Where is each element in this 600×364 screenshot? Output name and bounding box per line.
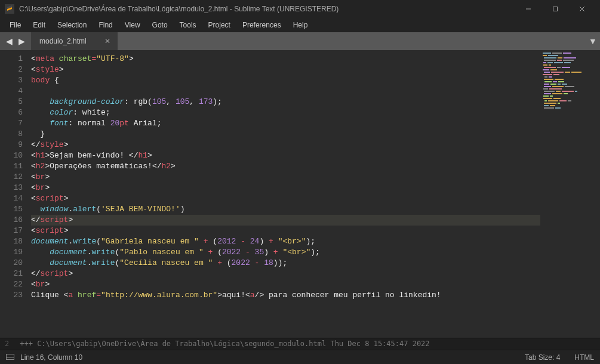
console-line-num: 2 <box>5 340 9 348</box>
menu-view[interactable]: View <box>119 19 146 31</box>
menu-preferences[interactable]: Preferences <box>236 19 287 31</box>
gutter: 1234567891011121314151617181920212223 <box>0 50 31 338</box>
tab-empty-area[interactable] <box>118 32 586 50</box>
menubar: File Edit Selection Find View Goto Tools… <box>0 18 600 32</box>
maximize-button[interactable] <box>541 0 568 18</box>
menu-file[interactable]: File <box>4 19 27 31</box>
editor[interactable]: 1234567891011121314151617181920212223 <m… <box>0 50 600 338</box>
tab-nav-back-icon[interactable]: ◀ <box>6 36 13 46</box>
menu-tools[interactable]: Tools <box>174 19 202 31</box>
svg-rect-4 <box>7 354 14 359</box>
tab-close-icon[interactable]: ✕ <box>104 37 110 45</box>
menu-edit[interactable]: Edit <box>27 19 51 31</box>
tab-nav: ◀ ▶ <box>0 32 31 50</box>
tabbar: ◀ ▶ modulo_2.html ✕ ▼ <box>0 32 600 50</box>
minimize-button[interactable] <box>515 0 541 18</box>
titlebar: C:\Users\gabip\OneDrive\Área de Trabalho… <box>0 0 600 18</box>
menu-project[interactable]: Project <box>202 19 236 31</box>
menu-help[interactable]: Help <box>287 19 314 31</box>
tab-modulo-2[interactable]: modulo_2.html ✕ <box>31 32 118 50</box>
tab-overflow-icon[interactable]: ▼ <box>586 32 600 50</box>
svg-rect-1 <box>553 7 557 11</box>
menu-find[interactable]: Find <box>93 19 118 31</box>
status-syntax[interactable]: HTML <box>574 353 594 362</box>
statusbar: Line 16, Column 10 Tab Size: 4 HTML <box>0 350 600 364</box>
console-text: +++ C:\Users\gabip\OneDrive\Área de Trab… <box>20 340 429 348</box>
code-area[interactable]: <meta charset="UTF-8"><style>body { back… <box>31 50 540 338</box>
menu-selection[interactable]: Selection <box>51 19 93 31</box>
tab-label: modulo_2.html <box>39 37 87 45</box>
status-cursor[interactable]: Line 16, Column 10 <box>20 353 82 362</box>
panel-switch-icon[interactable] <box>6 353 14 362</box>
menu-goto[interactable]: Goto <box>146 19 174 31</box>
status-indent[interactable]: Tab Size: 4 <box>525 353 560 362</box>
sublime-icon <box>5 4 14 14</box>
console-panel[interactable]: 2+++ C:\Users\gabip\OneDrive\Área de Tra… <box>0 338 600 350</box>
window-controls <box>515 0 595 18</box>
tab-nav-forward-icon[interactable]: ▶ <box>19 36 25 46</box>
window-title: C:\Users\gabip\OneDrive\Área de Trabalho… <box>19 5 515 13</box>
minimap[interactable] <box>540 50 600 338</box>
close-button[interactable] <box>568 0 595 18</box>
